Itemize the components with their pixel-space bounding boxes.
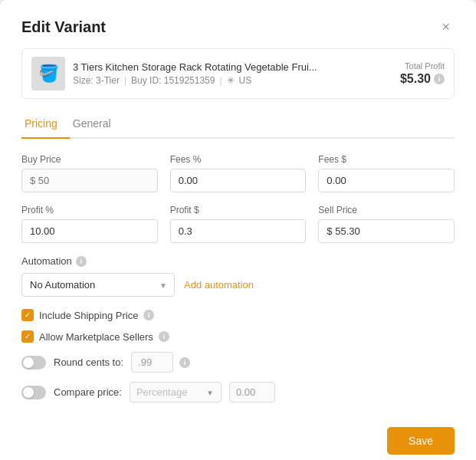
checkmark-icon-2: ✓ xyxy=(25,333,31,340)
sell-price-group: Sell Price xyxy=(318,205,455,243)
automation-label: Automation i xyxy=(21,255,455,267)
automation-select[interactable]: No Automation xyxy=(21,273,175,297)
shipping-info-icon[interactable]: i xyxy=(143,310,154,320)
compare-price-select[interactable]: Percentage xyxy=(130,382,222,402)
sell-price-input[interactable] xyxy=(318,219,455,243)
allow-sellers-checkbox[interactable]: ✓ xyxy=(21,330,34,343)
buy-price-group: Buy Price xyxy=(21,154,158,192)
compare-select-wrapper: Percentage ▼ xyxy=(130,382,222,402)
fees-dollar-group: Fees $ xyxy=(318,154,455,192)
form-row-1: Buy Price Fees % Fees $ xyxy=(21,154,455,192)
sellers-info-icon[interactable]: i xyxy=(159,331,169,342)
buy-price-input[interactable] xyxy=(21,169,158,192)
close-button[interactable]: × xyxy=(437,18,455,35)
product-left: 🪣 3 Tiers Kitchen Storage Rack Rotating … xyxy=(31,57,317,90)
toggle-knob xyxy=(23,357,34,368)
round-cents-info-icon[interactable]: i xyxy=(179,357,190,368)
pricing-form: Buy Price Fees % Fees $ Profit % Profit … xyxy=(21,154,455,412)
round-cents-input-group: i xyxy=(131,352,190,373)
fees-pct-group: Fees % xyxy=(170,154,307,192)
allow-sellers-label: Allow Marketplace Sellers xyxy=(39,331,153,343)
checkmark-icon: ✓ xyxy=(25,311,31,319)
edit-variant-modal: Edit Variant × 🪣 3 Tiers Kitchen Storage… xyxy=(0,0,476,460)
profit-pct-input[interactable] xyxy=(21,219,158,243)
include-shipping-label: Include Shipping Price xyxy=(39,310,138,321)
compare-price-input[interactable] xyxy=(229,382,275,402)
total-profit-value: $5.30 i xyxy=(400,72,445,86)
round-cents-row: Round cents to: i xyxy=(21,352,455,373)
product-size: Size: 3-Tier xyxy=(73,75,120,86)
toggle-knob-2 xyxy=(23,387,34,398)
compare-price-row: Compare price: Percentage ▼ xyxy=(21,382,455,402)
profit-pct-label: Profit % xyxy=(21,205,158,215)
modal-footer: Save xyxy=(21,412,455,455)
fees-dollar-label: Fees $ xyxy=(318,154,455,165)
globe-icon: ✳ xyxy=(227,75,235,86)
add-automation-link[interactable]: Add automation xyxy=(184,279,254,291)
modal-title: Edit Variant xyxy=(21,18,106,36)
profit-info-icon[interactable]: i xyxy=(434,74,445,84)
round-cents-input[interactable] xyxy=(131,352,173,373)
profit-dollar-label: Profit $ xyxy=(170,205,307,215)
round-cents-label: Round cents to: xyxy=(54,356,123,368)
include-shipping-checkbox[interactable]: ✓ xyxy=(21,309,34,321)
product-name: 3 Tiers Kitchen Storage Rack Rotating Ve… xyxy=(73,61,317,73)
automation-info-icon[interactable]: i xyxy=(76,256,87,267)
fees-dollar-input[interactable] xyxy=(318,169,455,192)
automation-section: Automation i No Automation ▼ Add automat… xyxy=(21,255,455,297)
product-region: US xyxy=(239,75,252,86)
total-profit-label: Total Profit xyxy=(400,61,445,71)
total-profit-section: Total Profit $5.30 i xyxy=(400,61,445,86)
allow-sellers-row: ✓ Allow Marketplace Sellers i xyxy=(21,330,455,343)
tab-general[interactable]: General xyxy=(70,111,123,139)
tab-pricing[interactable]: Pricing xyxy=(21,111,70,139)
separator-2: | xyxy=(219,75,222,86)
sell-price-label: Sell Price xyxy=(318,205,455,215)
product-buy-id: Buy ID: 1519251359 xyxy=(131,75,215,86)
profit-dollar-input[interactable] xyxy=(170,219,307,243)
compare-price-label: Compare price: xyxy=(54,386,122,398)
save-button[interactable]: Save xyxy=(387,427,455,455)
profit-dollar-group: Profit $ xyxy=(170,205,307,243)
include-shipping-row: ✓ Include Shipping Price i xyxy=(21,309,455,321)
modal-header: Edit Variant × xyxy=(21,18,455,36)
round-cents-toggle[interactable] xyxy=(21,356,46,370)
form-row-2: Profit % Profit $ Sell Price xyxy=(21,205,455,243)
product-details: 3 Tiers Kitchen Storage Rack Rotating Ve… xyxy=(73,61,317,86)
product-info-bar: 🪣 3 Tiers Kitchen Storage Rack Rotating … xyxy=(21,48,455,99)
product-meta: Size: 3-Tier | Buy ID: 1519251359 | ✳ US xyxy=(73,75,317,86)
automation-row: No Automation ▼ Add automation xyxy=(21,273,455,297)
buy-price-label: Buy Price xyxy=(21,154,158,165)
compare-price-toggle[interactable] xyxy=(21,386,46,399)
automation-select-wrapper: No Automation ▼ xyxy=(21,273,175,297)
profit-pct-group: Profit % xyxy=(21,205,158,243)
separator-1: | xyxy=(124,75,126,86)
fees-pct-label: Fees % xyxy=(170,154,307,165)
fees-pct-input[interactable] xyxy=(170,169,307,192)
tabs-bar: Pricing General xyxy=(21,111,455,139)
product-thumbnail: 🪣 xyxy=(31,57,65,90)
